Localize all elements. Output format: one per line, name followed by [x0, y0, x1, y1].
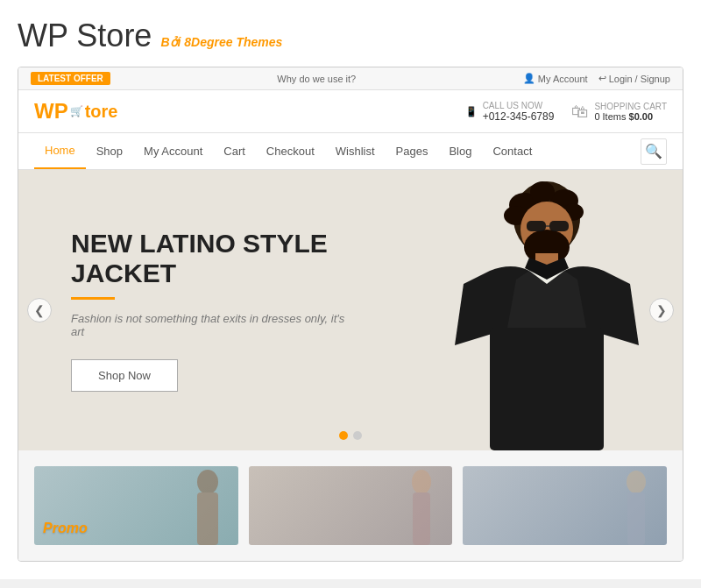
slider-dots	[339, 431, 362, 440]
svg-point-3	[530, 181, 555, 202]
site-title-bar: WP Store Bởi 8Degree Themes	[18, 18, 683, 54]
logo[interactable]: WP 🛒 tore	[34, 99, 117, 124]
svg-rect-8	[527, 221, 546, 231]
store-header: WP 🛒 tore 📱 CALL US NOW +012-345-6789 🛍 …	[18, 90, 683, 133]
nav-item-myaccount[interactable]: My Account	[133, 134, 213, 168]
cart-icon: 🛍	[571, 102, 589, 122]
card-person-3	[610, 466, 662, 545]
nav-item-home[interactable]: Home	[34, 133, 86, 169]
nav-search-button[interactable]: 🔍	[641, 138, 667, 165]
cart-area[interactable]: 🛍 SHOPPING CART 0 Items $0.00	[571, 102, 667, 122]
svg-rect-14	[197, 492, 218, 545]
dot-2[interactable]	[353, 431, 362, 440]
cart-label: SHOPPING CART	[594, 102, 667, 111]
arrow-icon: ↩	[598, 73, 606, 84]
nav-item-checkout[interactable]: Checkout	[256, 134, 325, 168]
svg-point-15	[412, 470, 431, 494]
page-wrapper: WP Store Bởi 8Degree Themes LATEST OFFER…	[0, 0, 701, 579]
phone-icon: 📱	[465, 106, 478, 117]
svg-rect-9	[549, 221, 569, 231]
header-right: 📱 CALL US NOW +012-345-6789 🛍 SHOPPING C…	[465, 101, 667, 123]
cat-label-1: Promo	[43, 521, 88, 536]
shop-now-button[interactable]: Shop Now	[71, 359, 178, 392]
cart-price: $0.00	[629, 111, 654, 122]
call-us: 📱 CALL US NOW +012-345-6789	[465, 101, 555, 123]
search-icon: 🔍	[645, 143, 662, 159]
slider-prev-button[interactable]: ❮	[27, 298, 52, 322]
chevron-left-icon: ❮	[34, 303, 45, 317]
svg-point-17	[627, 471, 646, 493]
nav-item-cart[interactable]: Cart	[213, 134, 256, 168]
slider-next-button[interactable]: ❯	[649, 298, 674, 322]
person-silhouette	[411, 170, 674, 450]
hero-divider	[71, 297, 115, 300]
card-person-2	[395, 466, 448, 545]
hero-title: NEW LATINO STYLE JACKET	[71, 229, 350, 288]
browser-frame: LATEST OFFER Why do we use it? 👤 My Acco…	[18, 67, 683, 562]
category-card-3[interactable]	[463, 466, 667, 545]
login-signup-link[interactable]: ↩ Login / Signup	[598, 73, 670, 84]
chevron-right-icon: ❯	[656, 303, 667, 317]
hero-subtitle: Fashion is not something that exits in d…	[71, 312, 350, 338]
svg-point-13	[197, 470, 218, 494]
svg-rect-18	[627, 492, 645, 545]
site-subtitle: Bởi 8Degree Themes	[160, 35, 282, 49]
category-card-2[interactable]	[249, 466, 453, 545]
call-us-label: CALL US NOW	[483, 101, 555, 110]
hero-slider: ❮ NEW LATINO STYLE JACKET Fashion is not…	[18, 170, 683, 450]
nav-item-shop[interactable]: Shop	[86, 134, 133, 168]
cart-logo-icon: 🛒	[70, 105, 83, 117]
topbar-right: 👤 My Account ↩ Login / Signup	[523, 73, 670, 84]
nav-item-pages[interactable]: Pages	[386, 134, 439, 168]
cart-info: 0 Items $0.00	[594, 111, 667, 122]
nav-bar: Home Shop My Account Cart Checkout Wishl…	[18, 133, 683, 170]
card-person-1	[181, 466, 234, 545]
hero-content: NEW LATINO STYLE JACKET Fashion is not s…	[18, 194, 402, 427]
logo-store: tore	[85, 102, 118, 122]
category-row: Promo	[18, 450, 683, 561]
dot-1[interactable]	[339, 431, 348, 440]
logo-wp: WP	[34, 99, 68, 124]
site-title: WP Store	[18, 18, 152, 54]
svg-rect-16	[413, 492, 430, 545]
my-account-link[interactable]: 👤 My Account	[523, 73, 588, 84]
nav-item-blog[interactable]: Blog	[438, 134, 482, 168]
category-card-1[interactable]: Promo	[34, 466, 238, 545]
call-us-number: +012-345-6789	[483, 110, 555, 123]
top-bar: LATEST OFFER Why do we use it? 👤 My Acco…	[18, 67, 683, 90]
hero-person-image	[402, 170, 683, 450]
svg-rect-12	[490, 328, 604, 450]
nav-item-wishlist[interactable]: Wishlist	[325, 134, 386, 168]
topbar-center-text: Why do we use it?	[277, 74, 356, 84]
nav-item-contact[interactable]: Contact	[482, 134, 542, 168]
person-icon: 👤	[523, 73, 535, 84]
offer-badge: LATEST OFFER	[31, 72, 110, 85]
